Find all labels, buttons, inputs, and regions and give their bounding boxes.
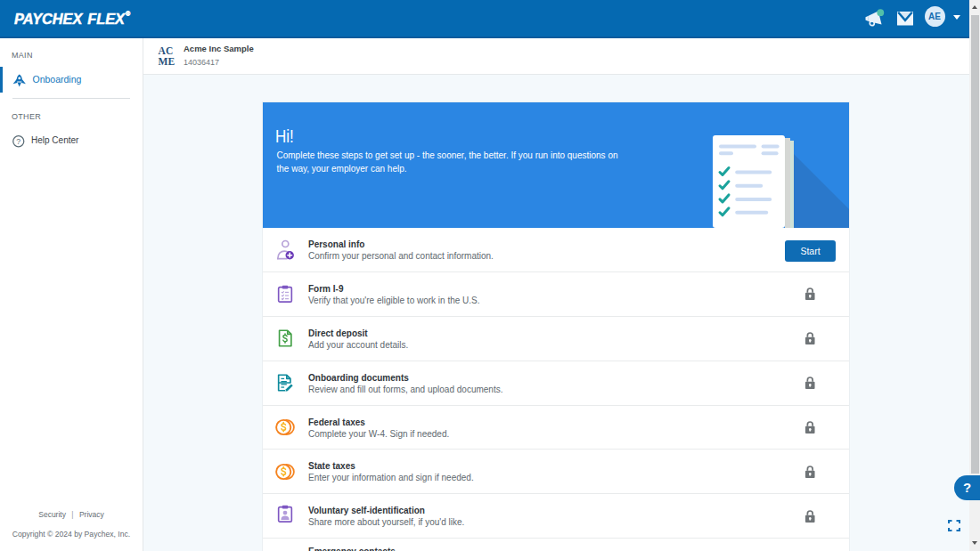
svg-text:?: ? [16,137,20,146]
